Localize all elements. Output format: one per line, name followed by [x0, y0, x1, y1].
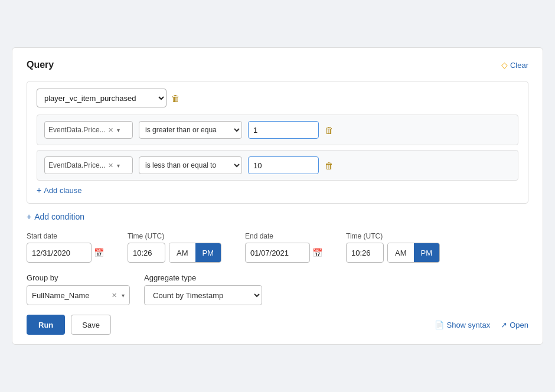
event-trash-icon[interactable]: 🗑: [171, 93, 180, 103]
start-date-input[interactable]: [27, 243, 92, 263]
open-button[interactable]: ↗ Open: [501, 321, 528, 329]
end-time-row: AM PM: [346, 243, 440, 263]
event-select[interactable]: player_vc_item_purchased: [37, 89, 166, 107]
panel-title: Query: [27, 60, 54, 70]
start-ampm-group: AM PM: [169, 243, 221, 263]
group-by-tag-chevron[interactable]: ▾: [122, 292, 125, 299]
add-condition-plus-icon: +: [27, 212, 31, 221]
clause-row-1: EventData.Price... ✕ ▾ is greater than o…: [37, 115, 518, 145]
open-icon: ↗: [501, 321, 507, 329]
start-pm-button[interactable]: PM: [195, 243, 221, 262]
add-clause-label: Add clause: [44, 186, 81, 195]
footer-right: 📄 Show syntax ↗ Open: [435, 321, 528, 329]
end-date-input[interactable]: [245, 243, 310, 263]
start-time-group: Time (UTC) AM PM: [128, 232, 221, 263]
operator-select-1[interactable]: is greater than or equa is less than or …: [139, 121, 242, 139]
bottom-section: Group by FullName_Name ✕ ▾ Aggregate typ…: [27, 273, 528, 305]
show-syntax-button[interactable]: 📄 Show syntax: [435, 321, 490, 329]
show-syntax-label: Show syntax: [446, 321, 490, 329]
aggregate-select[interactable]: Count by Timestamp Sum Average Count: [144, 285, 262, 305]
field-tag-2[interactable]: EventData.Price... ✕ ▾: [44, 156, 133, 174]
value-input-2[interactable]: [248, 156, 319, 174]
start-date-group: Start date 📅: [27, 232, 104, 263]
footer-left: Run Save: [27, 315, 111, 335]
group-by-tag-box[interactable]: FullName_Name ✕ ▾: [27, 285, 130, 305]
group-by-label: Group by: [27, 273, 130, 282]
start-am-button[interactable]: AM: [169, 243, 195, 262]
add-clause-plus-icon: +: [37, 185, 41, 195]
end-pm-button[interactable]: PM: [414, 243, 440, 262]
add-clause-button[interactable]: + Add clause: [37, 185, 82, 195]
aggregate-section: Aggregate type Count by Timestamp Sum Av…: [144, 273, 262, 305]
start-date-label: Start date: [27, 232, 104, 240]
add-condition-label: Add condition: [34, 212, 84, 221]
run-button[interactable]: Run: [27, 315, 65, 335]
clause-row-2: EventData.Price... ✕ ▾ is less than or e…: [37, 150, 518, 181]
start-time-input[interactable]: [128, 243, 165, 263]
start-date-row: 📅: [27, 243, 104, 263]
add-condition-button[interactable]: + Add condition: [27, 212, 84, 221]
panel-header: Query ◇ Clear: [27, 60, 528, 70]
group-by-value: FullName_Name: [32, 291, 90, 300]
field-tag-x-1[interactable]: ✕: [108, 126, 113, 134]
group-by-tag-x[interactable]: ✕: [112, 292, 117, 299]
end-time-label: Time (UTC): [346, 232, 440, 240]
start-date-calendar-icon[interactable]: 📅: [94, 248, 104, 257]
clause-trash-icon-1[interactable]: 🗑: [325, 125, 334, 135]
clear-button[interactable]: ◇ Clear: [501, 60, 528, 70]
end-date-group: End date 📅: [245, 232, 322, 263]
show-syntax-icon: 📄: [435, 321, 444, 329]
save-button[interactable]: Save: [71, 315, 111, 335]
field-tag-x-2[interactable]: ✕: [108, 162, 113, 169]
field-tag-chevron-2[interactable]: ▾: [117, 162, 120, 169]
clear-label: Clear: [510, 61, 528, 70]
footer: Run Save 📄 Show syntax ↗ Open: [27, 315, 528, 335]
field-tag-label-1: EventData.Price...: [48, 126, 106, 134]
value-input-1[interactable]: [248, 121, 319, 139]
open-label: Open: [510, 321, 528, 329]
clause-trash-icon-2[interactable]: 🗑: [325, 161, 334, 171]
end-time-group: Time (UTC) AM PM: [346, 232, 440, 263]
end-date-label: End date: [245, 232, 322, 240]
end-date-calendar-icon[interactable]: 📅: [312, 248, 322, 257]
field-tag-1[interactable]: EventData.Price... ✕ ▾: [44, 121, 133, 139]
field-tag-chevron-1[interactable]: ▾: [117, 127, 120, 133]
group-by-section: Group by FullName_Name ✕ ▾: [27, 273, 130, 305]
field-tag-label-2: EventData.Price...: [48, 161, 106, 169]
event-select-row: player_vc_item_purchased 🗑: [37, 89, 518, 107]
start-time-label: Time (UTC): [128, 232, 221, 240]
end-time-input[interactable]: [346, 243, 384, 263]
end-date-row: 📅: [245, 243, 322, 263]
operator-select-2[interactable]: is less than or equal to is greater than…: [139, 156, 242, 174]
aggregate-label: Aggregate type: [144, 273, 262, 282]
condition-block: player_vc_item_purchased 🗑 EventData.Pri…: [27, 81, 528, 204]
query-panel: Query ◇ Clear player_vc_item_purchased 🗑…: [12, 47, 543, 345]
clear-icon: ◇: [501, 60, 508, 70]
end-ampm-group: AM PM: [387, 243, 440, 263]
start-time-row: AM PM: [128, 243, 221, 263]
datetime-section: Start date 📅 Time (UTC) AM PM End date 📅: [27, 232, 528, 263]
end-am-button[interactable]: AM: [388, 243, 414, 262]
